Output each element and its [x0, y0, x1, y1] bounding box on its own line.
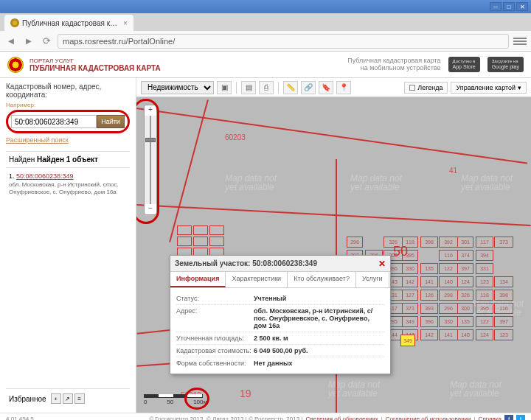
search-result-item[interactable]: 1. 50:08:0060238:349 обл. Московская, р-… [6, 168, 130, 201]
zoom-out-button[interactable]: − [145, 204, 156, 214]
parcel[interactable]: 330 [439, 316, 458, 327]
parcel[interactable]: 398 [494, 290, 513, 301]
parcel[interactable] [209, 225, 224, 235]
parcel[interactable]: 127 [402, 290, 418, 301]
parcel[interactable]: 394 [476, 250, 493, 261]
facebook-icon[interactable]: f [504, 415, 513, 421]
fav-export-icon[interactable]: ↗ [63, 393, 73, 404]
appstore-button[interactable]: Доступно вApp Store [448, 57, 480, 71]
parcel[interactable] [177, 225, 192, 235]
back-button[interactable]: ◄ [4, 35, 18, 48]
tool-print-icon[interactable]: ⎙ [259, 81, 274, 94]
tool-measure-icon[interactable]: 📏 [283, 81, 298, 94]
rosreestr-logo [7, 57, 24, 73]
result-link[interactable]: 50:08:0060238:349 [16, 172, 74, 180]
forward-button[interactable]: ► [22, 35, 35, 48]
twitter-icon[interactable]: t [516, 415, 525, 421]
fav-add-icon[interactable]: + [51, 393, 61, 404]
parcel[interactable]: 398 [420, 237, 438, 248]
parcel[interactable]: 116 [439, 250, 458, 261]
map-area[interactable]: Недвижимость ▣ ▤ ⎙ 📏 🔗 🔖 📍 Легенда Управ… [136, 78, 531, 413]
close-window-button[interactable]: ✕ [516, 2, 528, 11]
parcel[interactable]: 374 [457, 250, 473, 261]
parcel[interactable]: 116 [494, 303, 513, 314]
parcel[interactable]: 141 [420, 276, 438, 287]
zoom-handle[interactable] [145, 138, 156, 142]
parcel[interactable] [193, 237, 208, 246]
zoom-in-button[interactable]: + [145, 105, 156, 116]
parcel[interactable]: 122 [476, 316, 493, 327]
tool-pointer[interactable]: ▣ [217, 81, 232, 94]
parcel[interactable]: 140 [457, 329, 473, 340]
parcel[interactable]: 397 [494, 316, 513, 327]
parcel[interactable]: 392 [439, 237, 458, 248]
parcel[interactable]: 118 [476, 290, 493, 301]
parcel[interactable]: 330 [402, 263, 418, 274]
search-button[interactable]: Найти [97, 115, 125, 128]
parcel[interactable]: 117 [476, 237, 493, 248]
app-header: ПОРТАЛ УСЛУГ ПУБЛИЧНАЯ КАДАСТРОВАЯ КАРТА… [0, 52, 531, 78]
parcel[interactable]: 393 [420, 303, 438, 314]
search-sidebar: Кадастровый номер, адрес, координата: На… [0, 78, 136, 413]
parcel[interactable]: 396 [420, 316, 438, 327]
parcel[interactable]: 298 [347, 237, 363, 248]
parcel[interactable]: 373 [494, 237, 513, 248]
tool-bookmark-icon[interactable]: 🔖 [319, 81, 333, 94]
popup-close-button[interactable]: ✕ [378, 259, 386, 269]
parcel[interactable]: 126 [420, 290, 438, 301]
parcel[interactable] [209, 237, 224, 246]
parcel[interactable]: 300 [457, 303, 473, 314]
parcel[interactable]: 298 [439, 290, 458, 301]
app-title: ПУБЛИЧНАЯ КАДАСТРОВАЯ КАРТА [30, 64, 161, 72]
mobile-promo-text: Публичная кадастровая карта на мобильном… [347, 57, 440, 72]
legend-button[interactable]: Легенда [404, 82, 448, 94]
reload-button[interactable]: ⟳ [40, 35, 53, 48]
parcel[interactable]: 397 [457, 263, 473, 274]
parcel[interactable]: 134 [494, 276, 513, 287]
advanced-search-link[interactable]: Расширенный поиск [6, 136, 130, 144]
browser-tab[interactable]: Публичная кадастровая к… × [4, 15, 133, 31]
parcel[interactable]: 331 [476, 263, 493, 274]
address-bar[interactable]: maps.rosreestr.ru/PortalOnline/ [58, 34, 509, 49]
minimize-button[interactable]: ─ [490, 2, 502, 11]
parcel[interactable]: 373 [402, 303, 418, 314]
parcel[interactable]: 140 [439, 276, 458, 287]
tab-close-icon[interactable]: × [123, 19, 128, 27]
parcel[interactable]: 122 [439, 263, 458, 274]
tab-service[interactable]: Кто обслуживает? [288, 272, 356, 287]
fav-list-icon[interactable]: ≡ [74, 393, 85, 404]
parcel[interactable]: 124 [457, 276, 473, 287]
zoom-slider[interactable] [145, 116, 156, 204]
parcel[interactable]: 395 [476, 303, 493, 314]
browser-menu-button[interactable] [513, 35, 527, 48]
parcel[interactable]: 135 [457, 316, 473, 327]
parcel[interactable]: 123 [494, 329, 513, 340]
parcel[interactable]: 123 [476, 276, 493, 287]
tab-characteristics[interactable]: Характеристики [226, 272, 288, 287]
parcel[interactable]: 142 [420, 329, 438, 340]
parcel[interactable]: 142 [402, 276, 418, 287]
tool-marker-icon[interactable]: 📍 [336, 81, 351, 94]
tab-info[interactable]: Информация [170, 272, 226, 287]
parcel[interactable]: 141 [439, 329, 458, 340]
parcel[interactable]: 349 [402, 316, 418, 327]
tool-layers-icon[interactable]: ▤ [241, 81, 256, 94]
cadastral-search-input[interactable] [11, 115, 97, 128]
parcel[interactable]: 135 [420, 263, 438, 274]
manage-map-button[interactable]: Управление картой ▾ [451, 82, 527, 94]
googleplay-button[interactable]: Загрузите наGoogle play [487, 57, 524, 71]
tab-services[interactable]: Услуги [356, 272, 389, 287]
parcel[interactable] [193, 225, 208, 235]
help-link[interactable]: Справка [479, 416, 502, 420]
tool-link-icon[interactable]: 🔗 [301, 81, 316, 94]
parcel[interactable]: 124 [476, 329, 493, 340]
parcel[interactable]: 296 [439, 303, 458, 314]
maximize-button[interactable]: □ [503, 2, 515, 11]
parcel[interactable]: 301 [457, 237, 473, 248]
agreement-link[interactable]: Соглашение об использовании [386, 416, 471, 420]
selected-parcel[interactable]: 349 [400, 335, 415, 346]
layer-select[interactable]: Недвижимость [141, 81, 214, 94]
updates-link[interactable]: Сведения об обновлениях [305, 416, 378, 420]
parcel[interactable]: 326 [457, 290, 473, 301]
parcel[interactable] [177, 237, 192, 246]
